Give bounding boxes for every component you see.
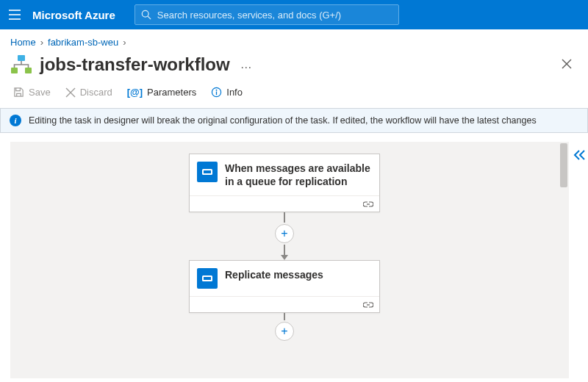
svg-rect-7: [25, 68, 32, 73]
save-button[interactable]: Save: [7, 84, 57, 101]
connector-line: [284, 313, 285, 320]
add-step-button[interactable]: +: [275, 224, 294, 243]
parameters-button[interactable]: [@] Parameters: [121, 84, 203, 101]
vertical-scrollbar[interactable]: [559, 142, 569, 378]
link-icon[interactable]: [363, 201, 373, 208]
chevron-right-icon: ›: [123, 37, 126, 48]
breadcrumb-home[interactable]: Home: [10, 37, 36, 48]
trigger-node-title: When messages are available in a queue f…: [225, 162, 370, 188]
banner-text: Editing the task in designer will break …: [29, 115, 537, 126]
info-badge-icon: i: [10, 115, 21, 126]
collapse-panel-icon[interactable]: [570, 146, 588, 164]
discard-icon: [65, 87, 76, 98]
flow-container: When messages are available in a queue f…: [189, 154, 380, 342]
action-node[interactable]: Replicate messages: [189, 260, 380, 313]
info-icon: [211, 87, 222, 98]
svg-rect-6: [11, 68, 18, 73]
connector-line: [284, 212, 285, 223]
parameters-label: Parameters: [147, 87, 196, 98]
top-bar: Microsoft Azure: [0, 0, 588, 29]
save-label: Save: [29, 87, 51, 98]
info-button[interactable]: Info: [205, 84, 248, 101]
parameters-icon: [@]: [127, 87, 143, 98]
global-search[interactable]: [135, 4, 399, 25]
brand-label[interactable]: Microsoft Azure: [32, 9, 115, 21]
svg-point-13: [216, 90, 218, 91]
search-icon: [141, 10, 151, 20]
search-input[interactable]: [157, 10, 392, 21]
save-icon: [13, 87, 24, 98]
arrow-down-icon: [281, 255, 288, 260]
more-menu-icon[interactable]: …: [237, 58, 255, 71]
toolbar: Save Discard [@] Parameters Info: [0, 81, 588, 108]
discard-label: Discard: [80, 87, 112, 98]
info-banner: i Editing the task in designer will brea…: [0, 108, 588, 133]
title-row: jobs-transfer-workflow …: [0, 50, 588, 81]
action-node-title: Replicate messages: [225, 268, 323, 281]
svg-rect-5: [18, 55, 25, 61]
svg-line-4: [148, 16, 151, 19]
info-label: Info: [226, 87, 243, 98]
link-icon[interactable]: [363, 301, 373, 309]
connector-line: [284, 245, 285, 255]
svg-point-3: [142, 10, 148, 17]
scrollbar-thumb[interactable]: [560, 143, 567, 187]
add-step-button[interactable]: +: [275, 322, 294, 341]
page-title: jobs-transfer-workflow: [40, 54, 230, 75]
discard-button[interactable]: Discard: [60, 84, 118, 101]
chevron-right-icon: ›: [40, 37, 43, 48]
designer-canvas[interactable]: When messages are available in a queue f…: [10, 142, 559, 378]
breadcrumb-resource[interactable]: fabrikam-sb-weu: [48, 37, 118, 48]
workflow-icon: [10, 54, 32, 75]
trigger-node[interactable]: When messages are available in a queue f…: [189, 154, 380, 212]
svg-rect-16: [204, 170, 211, 173]
svg-rect-18: [204, 277, 211, 280]
servicebus-icon: [197, 268, 218, 289]
close-icon[interactable]: [562, 59, 573, 71]
svg-rect-14: [216, 92, 217, 96]
designer-area: When messages are available in a queue f…: [0, 133, 588, 378]
breadcrumb: Home › fabrikam-sb-weu ›: [0, 29, 588, 50]
hamburger-icon[interactable]: [6, 6, 24, 24]
servicebus-icon: [197, 162, 218, 182]
